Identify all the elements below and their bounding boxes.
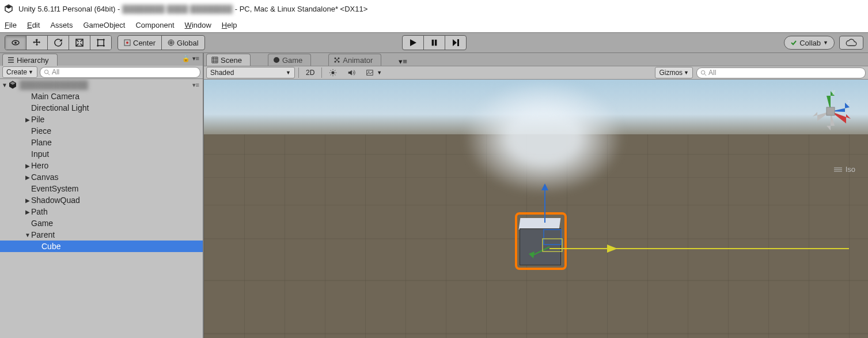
projection-mode-label[interactable]: Iso (834, 165, 855, 174)
fx-toggle-button[interactable]: ▼ (362, 67, 385, 78)
svg-marker-36 (348, 70, 352, 76)
game-tab[interactable]: Game (268, 54, 311, 66)
expand-arrow-icon[interactable]: ▶ (24, 117, 31, 123)
hierarchy-list[interactable]: ▼ ████████████ ▾≡ ▶Main Camera▶Direction… (0, 79, 203, 338)
hierarchy-item-label: Path (31, 207, 48, 216)
hierarchy-item[interactable]: ▶Game (0, 217, 203, 229)
svg-point-27 (332, 71, 335, 74)
pivot-center-button[interactable]: Center (118, 36, 162, 50)
hierarchy-item[interactable]: ▶Plane (0, 137, 203, 148)
hierarchy-item[interactable]: ▶Path (0, 206, 203, 217)
scene-panel-menu-icon[interactable]: ▾≡ (399, 57, 407, 66)
hierarchy-item[interactable]: ▼Parent (0, 229, 203, 241)
orientation-gizmo[interactable]: y z (805, 85, 856, 137)
menu-gameobject[interactable]: GameObject (83, 21, 125, 29)
panel-menu-icon[interactable]: ▾≡ (192, 55, 199, 62)
menu-component[interactable]: Component (135, 21, 174, 29)
hierarchy-tab[interactable]: Hierarchy (2, 54, 58, 66)
svg-rect-46 (544, 230, 561, 245)
svg-point-7 (97, 39, 98, 40)
menu-window[interactable]: Window (185, 21, 211, 29)
hierarchy-item[interactable]: ▶Hero (0, 160, 203, 171)
hierarchy-item[interactable]: ▶Cube (0, 241, 203, 252)
hierarchy-item[interactable]: ▶Canvas (0, 171, 203, 183)
animator-tab[interactable]: Animator (328, 54, 381, 66)
gizmos-dropdown[interactable]: Gizmos▼ (655, 67, 693, 78)
expand-arrow-icon[interactable]: ▶ (24, 163, 31, 169)
scene-viewport[interactable]: y z Iso (204, 80, 868, 338)
lock-icon[interactable]: 🔒 (182, 55, 190, 62)
svg-point-4 (14, 42, 17, 44)
svg-rect-16 (434, 40, 437, 46)
expand-arrow-icon[interactable]: ▶ (24, 174, 31, 181)
svg-rect-47 (543, 239, 562, 251)
create-dropdown[interactable]: Create▼ (2, 66, 37, 78)
hierarchy-item[interactable]: ▶ShadowQuad (0, 194, 203, 206)
move-tool-button[interactable] (26, 36, 48, 50)
play-button[interactable] (403, 36, 424, 50)
pivot-global-button[interactable]: Global (162, 36, 204, 50)
hierarchy-item-label: Plane (31, 138, 52, 147)
audio-toggle-button[interactable] (344, 67, 359, 78)
menu-file[interactable]: File (5, 21, 17, 29)
rotate-tool-button[interactable] (48, 36, 69, 50)
svg-line-35 (335, 70, 335, 71)
grid-icon (211, 57, 218, 63)
scale-tool-button[interactable] (69, 36, 90, 50)
window-titlebar: Unity 5.6.1f1 Personal (64bit) - ███████… (0, 0, 868, 17)
expand-arrow-icon[interactable]: ▼ (24, 232, 31, 238)
title-app: Unity 5.6.1f1 Personal (64bit) - (18, 5, 120, 13)
menu-edit[interactable]: Edit (27, 21, 40, 29)
shading-mode-dropdown[interactable]: Shaded▼ (206, 67, 295, 78)
hierarchy-item[interactable]: ▶Pile (0, 114, 203, 125)
svg-line-20 (48, 73, 50, 75)
hierarchy-item-label: Input (31, 149, 49, 159)
hierarchy-item[interactable]: ▶Input (0, 148, 203, 160)
hand-tool-button[interactable] (5, 36, 26, 50)
menu-help[interactable]: Help (222, 21, 237, 29)
rect-tool-button[interactable] (90, 36, 111, 50)
svg-rect-15 (431, 40, 434, 46)
hierarchy-item[interactable]: ▶EventSystem (0, 183, 203, 194)
2d-toggle-button[interactable]: 2D (302, 67, 318, 78)
expand-arrow-icon[interactable]: ▶ (24, 209, 31, 215)
collab-dropdown[interactable]: Collab ▼ (784, 36, 835, 50)
svg-line-32 (331, 70, 331, 71)
hierarchy-item[interactable]: ▶Directional Light (0, 102, 203, 114)
gizmo-plane-handles-icon[interactable] (532, 224, 573, 258)
svg-point-10 (103, 45, 105, 47)
svg-marker-17 (453, 39, 457, 46)
cloud-button[interactable] (839, 36, 863, 50)
axis-z-label: z (847, 99, 850, 105)
hierarchy-item-label: Game (31, 219, 53, 228)
hierarchy-item[interactable]: ▶Main Camera (0, 91, 203, 102)
hierarchy-item-label: Cube (41, 242, 60, 251)
menu-assets[interactable]: Assets (50, 21, 73, 29)
hierarchy-scene-row[interactable]: ▼ ████████████ ▾≡ (0, 79, 203, 91)
play-controls (402, 35, 467, 50)
speaker-icon (347, 69, 355, 77)
svg-marker-14 (410, 39, 416, 46)
scene-tab[interactable]: Scene (206, 54, 251, 66)
scene-row-menu-icon[interactable]: ▾≡ (192, 81, 199, 89)
hierarchy-item-label: ShadowQuad (31, 196, 80, 205)
svg-point-8 (103, 39, 105, 40)
menu-bar: File Edit Assets GameObject Component Wi… (0, 17, 868, 32)
pause-button[interactable] (424, 36, 445, 50)
lighting-toggle-button[interactable] (325, 67, 340, 78)
axis-y-label: y (832, 88, 835, 95)
gizmo-y-axis-icon[interactable] (539, 182, 551, 223)
hierarchy-item[interactable]: ▶Piece (0, 125, 203, 137)
hierarchy-item-label: Parent (31, 230, 55, 239)
svg-point-19 (44, 70, 48, 73)
expand-arrow-icon[interactable]: ▶ (24, 197, 31, 204)
step-button[interactable] (445, 36, 466, 50)
scene-tabbar: Scene Game Animator ▾≡ (204, 53, 868, 66)
scene-search-input[interactable]: All (696, 67, 866, 78)
hierarchy-item-label: Pile (31, 115, 44, 124)
scene-panel: Scene Game Animator ▾≡ Shaded▼ 2D ▼ Gizm… (204, 53, 868, 338)
search-icon (700, 70, 707, 76)
svg-line-33 (335, 74, 335, 75)
hierarchy-search-input[interactable]: All (40, 67, 200, 78)
hierarchy-item-label: EventSystem (31, 184, 78, 193)
